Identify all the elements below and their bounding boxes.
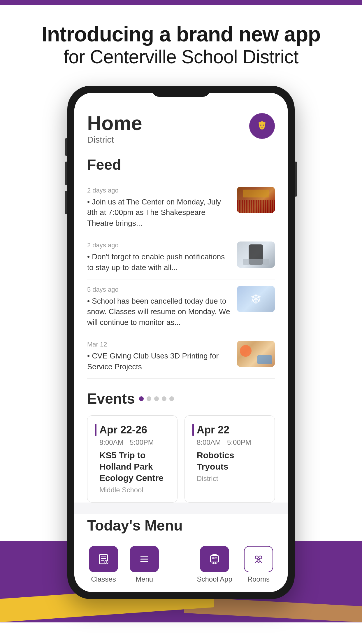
dot-inactive [147, 396, 151, 401]
dot-active [139, 396, 144, 401]
home-title: Home [87, 113, 142, 133]
event-time: 8:00AM - 5:00PM [197, 438, 267, 447]
classes-icon-bg [89, 546, 118, 572]
feed-item-meta: 2 days ago [87, 187, 231, 194]
svg-point-2 [260, 127, 264, 130]
3d-printing-image [237, 341, 275, 367]
event-location: District [197, 475, 267, 483]
feed-item-meta: 2 days ago [87, 242, 231, 249]
snow-image [237, 286, 275, 312]
event-card[interactable]: Apr 22 8:00AM - 5:00PM Robotics Tryouts … [184, 415, 275, 503]
yellow-stripe-right [184, 597, 362, 622]
feed-item-body: • Join us at The Center on Monday, July … [87, 197, 231, 228]
home-subtitle: District [87, 135, 142, 145]
event-accent-bar [192, 424, 194, 436]
feed-item-text: 2 days ago • Join us at The Center on Mo… [87, 187, 231, 228]
rooms-label: Rooms [247, 575, 270, 583]
event-name: KS5 Trip to Holland Park Ecology Centre [99, 449, 170, 484]
event-accent-bar [95, 424, 96, 436]
todays-menu-title: Today's Menu [74, 514, 288, 540]
event-date: Apr 22 [197, 425, 229, 435]
theater-image [237, 187, 275, 213]
event-card[interactable]: Apr 22-26 8:00AM - 5:00PM KS5 Trip to Ho… [87, 415, 178, 503]
event-name: Robotics Tryouts [197, 449, 267, 472]
school-app-icon [208, 553, 221, 566]
school-app-icon-bg [200, 546, 229, 572]
feed-item-text: 5 days ago • School has been cancelled t… [87, 286, 231, 328]
feed-item-image [237, 242, 275, 268]
phone-volume-down [65, 191, 67, 214]
nav-item-rooms[interactable]: Rooms [244, 546, 273, 583]
menu-icon [138, 553, 151, 566]
svg-rect-16 [212, 557, 215, 559]
classes-icon [97, 553, 110, 566]
header-area: Introducing a brand new app for Centervi… [0, 5, 362, 80]
menu-label: Menu [136, 575, 153, 583]
feed-item-meta: Mar 12 [87, 341, 231, 348]
dot-inactive [169, 396, 174, 401]
svg-point-20 [255, 556, 258, 559]
home-title-group: Home District [87, 113, 142, 145]
feed-item-text: 2 days ago • Don't forget to enable push… [87, 242, 231, 273]
home-header: Home District [87, 113, 275, 145]
feed-item-image [237, 286, 275, 312]
svg-point-4 [263, 125, 264, 126]
top-bar [0, 0, 362, 5]
events-pagination-dots [139, 396, 174, 401]
svg-point-3 [260, 125, 261, 126]
nav-item-classes[interactable]: Classes [89, 546, 118, 583]
menu-icon-bg [130, 546, 159, 572]
nav-item-school-app[interactable]: School App [197, 546, 232, 583]
rooms-icon-bg [244, 546, 273, 572]
svg-point-21 [259, 556, 262, 559]
feed-item: 2 days ago • Join us at The Center on Mo… [87, 180, 275, 235]
phone-screen: Home District [74, 93, 288, 592]
dot-inactive [154, 396, 159, 401]
event-date: Apr 22-26 [99, 425, 147, 435]
events-header: Events [87, 390, 275, 407]
events-title: Events [87, 390, 135, 407]
phone-frame: Home District [67, 86, 295, 599]
classes-label: Classes [91, 575, 116, 583]
phone-volume-mute [65, 138, 67, 156]
phone-wrapper: Home District [0, 80, 362, 599]
feed-item: 2 days ago • Don't forget to enable push… [87, 235, 275, 279]
screen-content: Home District [74, 93, 288, 503]
event-time: 8:00AM - 5:00PM [99, 438, 170, 447]
feed-item-text: Mar 12 • CVE Giving Club Uses 3D Printin… [87, 341, 231, 372]
phone-power-button [295, 162, 297, 197]
dot-inactive [162, 396, 166, 401]
feed-item-body: • CVE Giving Club Uses 3D Printing for S… [87, 351, 231, 372]
school-logo[interactable] [249, 113, 275, 139]
event-date-line: Apr 22 [192, 424, 267, 436]
phone-notch [152, 86, 210, 97]
feed-item-body: • School has been cancelled today due to… [87, 296, 231, 328]
svg-rect-18 [215, 559, 217, 559]
school-logo-icon [254, 118, 270, 134]
feed-item-body: • Don't forget to enable push notificati… [87, 251, 231, 273]
events-cards: Apr 22-26 8:00AM - 5:00PM KS5 Trip to Ho… [87, 415, 275, 503]
feed-item-image [237, 341, 275, 367]
event-location: Middle School [99, 486, 170, 494]
phone-volume-up [65, 162, 67, 185]
rooms-icon [252, 553, 265, 566]
feed-title: Feed [87, 156, 275, 173]
header-title-line2: for Centerville School District [23, 46, 339, 68]
bottom-nav: Classes Menu [74, 540, 288, 592]
event-date-line: Apr 22-26 [95, 424, 170, 436]
svg-rect-17 [215, 557, 217, 558]
feed-item: Mar 12 • CVE Giving Club Uses 3D Printin… [87, 334, 275, 379]
nav-item-menu[interactable]: Menu [130, 546, 159, 583]
phone-hand-image [237, 242, 275, 268]
header-title-line1: Introducing a brand new app [23, 23, 339, 46]
feed-item-image [237, 187, 275, 213]
feed-item-meta: 5 days ago [87, 286, 231, 293]
feed-item: 5 days ago • School has been cancelled t… [87, 279, 275, 334]
school-app-label: School App [197, 575, 232, 583]
